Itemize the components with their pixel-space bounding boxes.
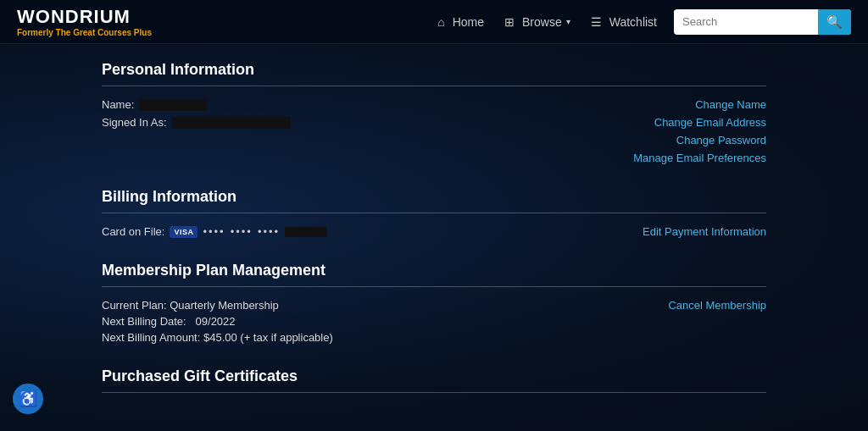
brand-subtitle: Formerly The Great Courses Plus — [17, 28, 152, 37]
search-input[interactable] — [674, 10, 818, 33]
nav-home[interactable]: Home — [437, 15, 484, 29]
billing-info-title: Billing Information — [102, 188, 766, 206]
nav-browse[interactable]: Browse — [504, 15, 570, 29]
card-last4-redacted — [285, 227, 327, 237]
edit-payment-link[interactable]: Edit Payment Information — [643, 225, 766, 238]
manage-email-link[interactable]: Manage Email Preferences — [633, 152, 766, 164]
nav-watchlist[interactable]: Watchlist — [591, 15, 657, 29]
personal-info-actions: Change Name Change Email Address Change … — [633, 98, 766, 164]
grid-icon — [504, 15, 518, 29]
logo: WONDRIUM Formerly The Great Courses Plus — [17, 6, 152, 37]
cancel-membership-link[interactable]: Cancel Membership — [668, 299, 766, 312]
top-nav: WONDRIUM Formerly The Great Courses Plus… — [0, 0, 868, 44]
gift-certificates-title: Purchased Gift Certificates — [102, 367, 766, 385]
membership-info: Current Plan: Quarterly Membership Next … — [102, 299, 333, 344]
membership-row: Current Plan: Quarterly Membership Next … — [102, 299, 766, 344]
billing-info-divider — [102, 213, 766, 213]
current-plan: Current Plan: Quarterly Membership — [102, 299, 333, 312]
main-content: Personal Information Name: Signed In As:… — [0, 44, 868, 431]
change-name-link[interactable]: Change Name — [695, 98, 766, 111]
brand-name: WONDRIUM — [17, 6, 152, 28]
personal-info-left: Name: Signed In As: — [102, 98, 291, 129]
next-billing-amount: Next Billing Amount: $45.00 (+ tax if ap… — [102, 331, 333, 344]
membership-title: Membership Plan Management — [102, 262, 766, 279]
card-dots-3: •••• — [258, 225, 280, 238]
list-icon — [591, 15, 605, 29]
search-icon: 🔍 — [826, 14, 843, 30]
search-bar: 🔍 — [674, 9, 851, 35]
card-label: Card on File: — [102, 225, 164, 238]
signed-in-label: Signed In As: — [102, 116, 291, 129]
nav-links: Home Browse Watchlist — [437, 15, 657, 29]
personal-info-divider — [102, 86, 766, 86]
personal-info-row: Name: Signed In As: Change Name Change E… — [102, 98, 766, 164]
search-button[interactable]: 🔍 — [818, 9, 851, 35]
change-password-link[interactable]: Change Password — [676, 134, 766, 146]
visa-badge: VISA — [170, 226, 198, 238]
billing-info-section: Billing Information Card on File: VISA •… — [102, 188, 766, 238]
membership-section: Membership Plan Management Current Plan:… — [102, 262, 766, 344]
accessibility-button[interactable]: ♿ — [13, 384, 43, 414]
card-dots-1: •••• — [203, 225, 225, 238]
email-value-redacted — [172, 117, 291, 129]
accessibility-icon: ♿ — [19, 390, 37, 408]
billing-info-row: Card on File: VISA •••• •••• •••• Edit P… — [102, 225, 766, 238]
name-value-redacted — [139, 99, 207, 111]
personal-info-title: Personal Information — [102, 61, 766, 79]
gift-certificates-divider — [102, 392, 766, 393]
gift-certificates-section: Purchased Gift Certificates — [102, 367, 766, 393]
card-dots-2: •••• — [231, 225, 253, 238]
personal-info-section: Personal Information Name: Signed In As:… — [102, 61, 766, 164]
name-label: Name: — [102, 98, 291, 111]
change-email-link[interactable]: Change Email Address — [654, 116, 766, 129]
membership-divider — [102, 286, 766, 287]
home-icon — [437, 15, 448, 29]
next-billing-date: Next Billing Date: 09/2022 — [102, 315, 333, 328]
card-on-file: Card on File: VISA •••• •••• •••• — [102, 225, 327, 238]
